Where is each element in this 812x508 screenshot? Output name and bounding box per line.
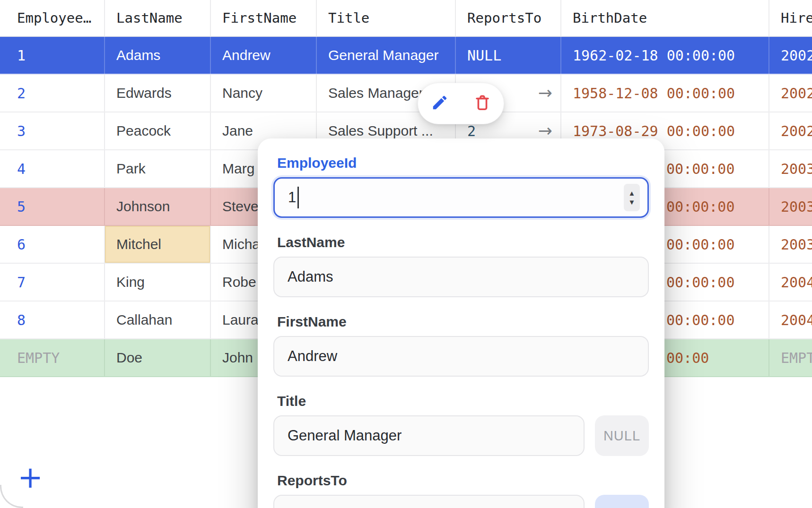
table-row[interactable]: 1AdamsAndrewGeneral ManagerNULL1962-02-1… <box>0 37 812 75</box>
cell-employeeid[interactable]: 4 <box>0 150 105 187</box>
cell-employeeid[interactable]: 8 <box>0 301 105 338</box>
cell-employeeid[interactable]: 3 <box>0 112 105 149</box>
cell-lastname[interactable]: Doe <box>105 339 211 376</box>
field-label-reportsto: ReportsTo <box>277 473 649 488</box>
lastname-value: Edwards <box>116 85 172 101</box>
cell-hiredate[interactable]: 2003- <box>769 150 812 187</box>
field-label-lastname: LastName <box>277 235 649 250</box>
cell-employeeid[interactable]: EMPTY <box>0 339 105 376</box>
input-firstname[interactable]: Andrew <box>273 336 649 377</box>
null-button[interactable]: NULL <box>595 415 649 456</box>
editor-field: TitleGeneral ManagerNULL <box>273 394 649 456</box>
cell-employeeid[interactable]: 2 <box>0 75 105 112</box>
birthdate-value: 1973-08-29 00:00:00 <box>573 123 735 139</box>
cell-hiredate[interactable]: 2004- <box>769 301 812 338</box>
cell-lastname[interactable]: Mitchel <box>105 226 211 263</box>
hiredate-value: 2003- <box>781 198 812 215</box>
employeeid-value: 2 <box>17 85 26 102</box>
lastname-value: Adams <box>116 47 160 63</box>
cell-hiredate[interactable]: EMPTY <box>769 339 812 376</box>
row-actions-toolbar <box>418 83 504 124</box>
stepper-up-icon: ▲ <box>629 189 636 198</box>
cell-lastname[interactable]: Callahan <box>105 301 211 338</box>
cell-hiredate[interactable]: 2002- <box>769 37 812 74</box>
cell-hiredate[interactable]: 2003- <box>769 226 812 263</box>
lastname-value: Park <box>116 161 146 177</box>
null-button[interactable] <box>595 495 649 508</box>
column-header-employeeid[interactable]: Employee… <box>0 0 105 36</box>
employeeid-value: 8 <box>17 312 26 328</box>
input-employeeid[interactable]: 1▲▼ <box>273 177 649 218</box>
lastname-value: Johnson <box>116 198 170 215</box>
cell-employeeid[interactable]: 5 <box>0 188 105 225</box>
table-header-row: Employee…LastNameFirstNameTitleReportsTo… <box>0 0 812 37</box>
employeeid-value: 5 <box>17 198 26 215</box>
column-header-title[interactable]: Title <box>317 0 456 36</box>
birthdate-value: 00:00:00 <box>666 236 735 253</box>
column-header-hiredate[interactable]: HireDate <box>769 0 812 36</box>
cell-lastname[interactable]: King <box>105 264 211 301</box>
field-input-row: 1▲▼ <box>273 177 649 218</box>
cell-lastname[interactable]: Edwards <box>105 75 211 112</box>
cell-hiredate[interactable]: 2002- <box>769 75 812 112</box>
cell-firstname[interactable]: Andrew <box>211 37 317 74</box>
database-table-editor: Employee…LastNameFirstNameTitleReportsTo… <box>0 0 812 508</box>
firstname-value: Marg <box>222 161 254 177</box>
hiredate-value: EMPTY <box>781 350 812 366</box>
cell-hiredate[interactable]: 2003- <box>769 188 812 225</box>
cell-employeeid[interactable]: 7 <box>0 264 105 301</box>
firstname-value: John <box>222 350 253 366</box>
firstname-value: Jane <box>222 123 253 139</box>
title-value: General Manager <box>328 47 438 63</box>
field-input-row: Adams <box>273 257 649 297</box>
cell-lastname[interactable]: Peacock <box>105 112 211 149</box>
employeeid-value: 6 <box>17 236 26 253</box>
title-value: Sales Manager <box>328 85 424 101</box>
lastname-value: Peacock <box>116 123 171 139</box>
edit-row-button[interactable] <box>430 94 449 113</box>
lastname-value: Doe <box>116 350 142 366</box>
window-corner-decoration <box>0 485 23 508</box>
column-header-lastname[interactable]: LastName <box>105 0 211 36</box>
employeeid-value: 4 <box>17 161 26 177</box>
cell-lastname[interactable]: Johnson <box>105 188 211 225</box>
lastname-value: King <box>116 274 145 290</box>
field-label-title: Title <box>277 394 649 409</box>
firstname-value: Nancy <box>222 85 262 101</box>
firstname-value: Micha <box>222 236 260 252</box>
column-header-firstname[interactable]: FirstName <box>211 0 317 36</box>
employeeid-value: 7 <box>17 274 26 291</box>
cell-reportsto[interactable]: NULL <box>456 37 561 74</box>
birthdate-value: 1962-02-18 00:00:00 <box>573 47 735 64</box>
input-lastname[interactable]: Adams <box>273 257 649 297</box>
employeeid-value: 1 <box>17 47 26 64</box>
cell-birthdate[interactable]: 1962-02-18 00:00:00 <box>561 37 769 74</box>
field-input-row <box>273 495 649 508</box>
foreign-key-arrow-icon[interactable]: → <box>538 83 552 103</box>
cell-firstname[interactable]: Nancy <box>211 75 317 112</box>
lastname-value: Mitchel <box>116 236 161 252</box>
input-reportsto[interactable] <box>273 495 585 508</box>
pencil-icon <box>431 94 449 113</box>
input-title[interactable]: General Manager <box>273 415 585 456</box>
input-value: 1 <box>288 189 296 206</box>
delete-row-button[interactable] <box>473 94 492 113</box>
foreign-key-arrow-icon[interactable]: → <box>538 121 552 140</box>
firstname-value: Robe <box>222 274 256 290</box>
employeeid-value: 3 <box>17 123 26 139</box>
cell-title[interactable]: General Manager <box>317 37 456 74</box>
cell-lastname[interactable]: Park <box>105 150 211 187</box>
cell-birthdate[interactable]: 1958-12-08 00:00:00 <box>561 75 769 112</box>
cell-employeeid[interactable]: 1 <box>0 37 105 74</box>
table-row[interactable]: 2EdwardsNancySales Manager→1958-12-08 00… <box>0 75 812 112</box>
cell-employeeid[interactable]: 6 <box>0 226 105 263</box>
cell-hiredate[interactable]: 2002- <box>769 112 812 149</box>
cell-lastname[interactable]: Adams <box>105 37 211 74</box>
column-header-birthdate[interactable]: BirthDate <box>561 0 769 36</box>
title-value: Sales Support ... <box>328 123 433 139</box>
firstname-value: Andrew <box>222 47 271 63</box>
cell-hiredate[interactable]: 2004- <box>769 264 812 301</box>
column-header-reportsto[interactable]: ReportsTo <box>456 0 561 36</box>
number-stepper[interactable]: ▲▼ <box>624 184 640 211</box>
input-value: General Manager <box>288 427 402 444</box>
